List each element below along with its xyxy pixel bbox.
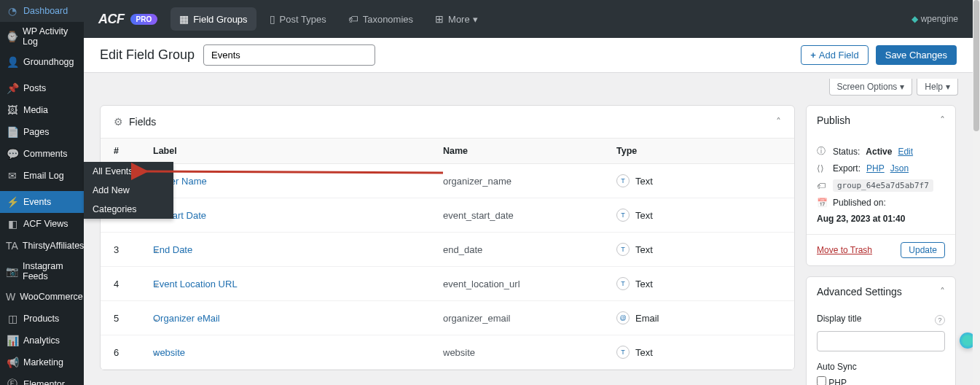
group-key: group_64e5a7d5ab7f7 [833, 179, 933, 192]
sidebar-item-email-log[interactable]: ✉Email Log [0, 165, 84, 187]
publish-panel: Publish ˄ ⓘ Status: Active Edit ⟨⟩ Expor… [806, 105, 956, 266]
field-name: organizer_name [443, 176, 616, 187]
submenu-item-categories[interactable]: Categories [84, 200, 173, 219]
export-json-link[interactable]: Json [890, 163, 909, 174]
edit-status-link[interactable]: Edit [898, 147, 913, 157]
field-name: event_start_date [443, 210, 616, 221]
sidebar-item-label: Products [23, 314, 59, 324]
publish-header[interactable]: Publish ˄ [807, 106, 955, 135]
sidebar-item-label: Posts [23, 83, 46, 93]
sidebar-item-acf-views[interactable]: ◧ACF Views [0, 213, 84, 235]
fields-panel-header[interactable]: ⚙ Fields ˄ [101, 106, 794, 139]
acf-topbar: ACF PRO ▦Field Groups▯Post Types🏷Taxonom… [84, 0, 973, 38]
row-number: 5 [114, 313, 153, 324]
calendar-icon: 📅 [817, 198, 827, 208]
sidebar-item-elementor[interactable]: ⒺElementor [0, 373, 84, 385]
sidebar-item-label: Media [23, 105, 48, 115]
sidebar-item-comments[interactable]: 💬Comments [0, 143, 84, 165]
sidebar-item-label: Dashboard [23, 6, 68, 16]
sidebar-item-label: Analytics [23, 335, 60, 346]
sidebar-item-instagram-feeds[interactable]: 📷Instagram Feeds [0, 257, 84, 286]
help-button[interactable]: Help ▾ [917, 79, 958, 96]
export-php-link[interactable]: PHP [866, 163, 885, 174]
menu-icon: 📊 [6, 334, 19, 347]
auto-sync-label: Auto Sync [817, 362, 945, 372]
chevron-down-icon: ▾ [473, 14, 478, 25]
field-name: organizer_email [443, 313, 616, 324]
field-label-link[interactable]: End Date [153, 244, 192, 255]
submenu-item-add-new[interactable]: Add New [84, 181, 173, 200]
menu-icon: ◔ [6, 4, 19, 18]
sidebar-item-groundhogg[interactable]: 👤Groundhogg [0, 51, 84, 73]
menu-icon: ◫ [6, 312, 19, 325]
move-to-trash-link[interactable]: Move to Trash [817, 245, 872, 255]
caret-down-icon: ▾ [900, 82, 904, 92]
display-title-input[interactable] [817, 331, 945, 351]
key-row: 🏷 group_64e5a7d5ab7f7 [817, 176, 945, 195]
field-name: end_date [443, 244, 616, 255]
sidebar-item-label: Email Log [23, 171, 64, 181]
row-number: 4 [114, 279, 153, 289]
field-row: 5⌄Organizer eMailorganizer_email@Email [101, 301, 794, 335]
status-label: Status: [833, 147, 860, 157]
fields-panel-title: Fields [129, 116, 156, 128]
plus-icon: + [810, 50, 816, 61]
field-label-link[interactable]: Organizer eMail [153, 313, 220, 324]
menu-icon: W [6, 290, 15, 303]
fields-panel: ⚙ Fields ˄ # Label Name Type 1⌄anizer Na… [100, 105, 795, 370]
col-name: Name [443, 146, 616, 156]
help-icon[interactable]: ? [935, 315, 945, 325]
sidebar-item-label: Pages [23, 127, 49, 137]
submenu-item-all-events[interactable]: All Events [84, 162, 173, 181]
scrollbar-track[interactable] [973, 0, 980, 385]
sidebar-item-marketing[interactable]: 📢Marketing [0, 351, 84, 373]
topnav-post-types[interactable]: ▯Post Types [261, 7, 335, 31]
sidebar-item-products[interactable]: ◫Products [0, 308, 84, 330]
fields-table-header: # Label Name Type [101, 139, 794, 164]
topnav-more[interactable]: ⊞More▾ [426, 7, 487, 31]
sidebar-item-woocommerce[interactable]: WWooCommerce [0, 286, 84, 308]
menu-icon: Ⓔ [6, 378, 19, 385]
update-button[interactable]: Update [901, 242, 945, 258]
php-checkbox[interactable] [817, 376, 826, 385]
sidebar-item-label: WooCommerce [20, 292, 83, 302]
topnav-field-groups[interactable]: ▦Field Groups [170, 7, 256, 31]
topnav-label: Post Types [280, 14, 326, 25]
info-icon: ⓘ [817, 145, 827, 158]
sidebar-item-label: Elementor [23, 379, 65, 385]
type-icon: T [616, 209, 630, 222]
sidebar-item-media[interactable]: 🖼Media [0, 99, 84, 121]
pro-badge: PRO [130, 14, 158, 25]
chevron-up-icon: ˄ [776, 116, 781, 128]
field-type: @Email [616, 311, 659, 324]
sidebar-item-label: Comments [23, 149, 67, 159]
menu-icon: 📌 [6, 82, 19, 95]
topnav-taxonomies[interactable]: 🏷Taxonomies [340, 7, 422, 31]
row-number: 3 [114, 244, 153, 255]
display-title-label: Display title [817, 314, 861, 324]
topnav-label: Field Groups [193, 14, 247, 25]
save-changes-button[interactable]: Save Changes [876, 45, 957, 65]
scrollbar-thumb[interactable] [973, 0, 979, 131]
field-group-title-input[interactable] [203, 44, 375, 66]
sidebar-item-thirstyaffiliates[interactable]: TAThirstyAffiliates [0, 235, 84, 257]
advanced-header[interactable]: Advanced Settings ˄ [807, 277, 955, 306]
field-label-link[interactable]: Event Location URL [153, 279, 238, 289]
menu-icon: ⚡ [6, 195, 19, 209]
sidebar-item-posts[interactable]: 📌Posts [0, 77, 84, 99]
field-type: TText [616, 243, 653, 256]
sidebar-item-label: WP Activity Log [23, 26, 78, 47]
field-type: TText [616, 209, 653, 222]
sidebar-item-events[interactable]: ⚡Events [0, 191, 84, 213]
field-label-link[interactable]: website [153, 347, 185, 358]
menu-icon: 📢 [6, 356, 19, 369]
add-field-button[interactable]: + Add Field [801, 45, 869, 65]
field-row: 1⌄anizer Nameorganizer_nameTText [101, 164, 794, 198]
sidebar-item-pages[interactable]: 📄Pages [0, 121, 84, 143]
sidebar-item-dashboard[interactable]: ◔Dashboard [0, 0, 84, 22]
type-icon: T [616, 346, 630, 359]
sidebar-item-wp-activity-log[interactable]: ⌚WP Activity Log [0, 22, 84, 51]
sidebar-item-analytics[interactable]: 📊Analytics [0, 330, 84, 351]
menu-icon: 🖼 [6, 104, 19, 117]
screen-options-button[interactable]: Screen Options ▾ [829, 79, 913, 96]
